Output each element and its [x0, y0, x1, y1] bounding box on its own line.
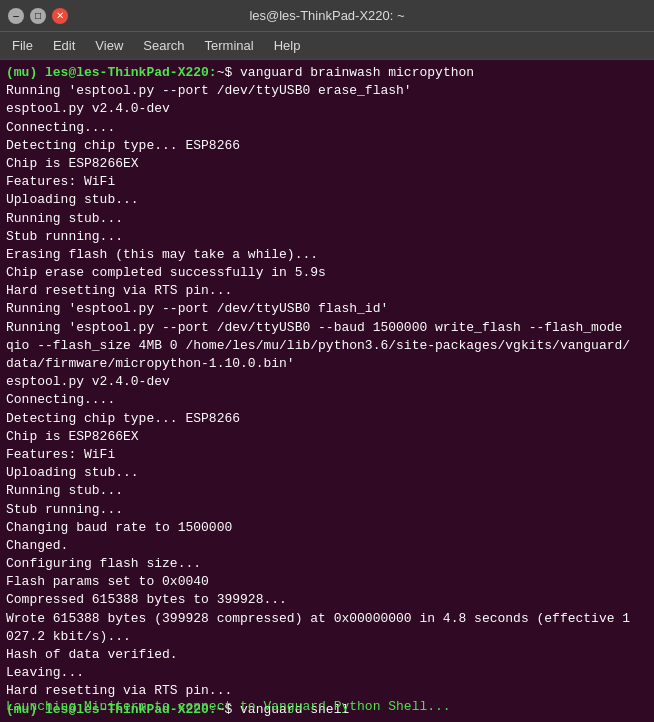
terminal-line: Stub running... — [6, 228, 648, 246]
terminal-line: Connecting.... — [6, 391, 648, 409]
terminal-line: Changed. — [6, 537, 648, 555]
terminal-line: Features: WiFi — [6, 173, 648, 191]
terminal-line: data/firmware/micropython-1.10.0.bin' — [6, 355, 648, 373]
terminal-line: Leaving... — [6, 664, 648, 682]
menu-item-search[interactable]: Search — [135, 36, 192, 55]
close-button[interactable]: ✕ — [52, 8, 68, 24]
terminal-line: Wrote 615388 bytes (399928 compressed) a… — [6, 610, 648, 628]
menu-item-help[interactable]: Help — [266, 36, 309, 55]
terminal-line: qio --flash_size 4MB 0 /home/les/mu/lib/… — [6, 337, 648, 355]
terminal-line: Features: WiFi — [6, 446, 648, 464]
maximize-button[interactable]: □ — [30, 8, 46, 24]
terminal-line: Erasing flash (this may take a while)... — [6, 246, 648, 264]
bottom-status-line: Launching Miniterm to connect to Vanguar… — [6, 698, 451, 716]
menu-item-view[interactable]: View — [87, 36, 131, 55]
terminal-line: Chip erase completed successfully in 5.9… — [6, 264, 648, 282]
terminal-line: Detecting chip type... ESP8266 — [6, 410, 648, 428]
terminal-line: 027.2 kbit/s)... — [6, 628, 648, 646]
terminal-line: Configuring flash size... — [6, 555, 648, 573]
terminal-line: esptool.py v2.4.0-dev — [6, 373, 648, 391]
terminal-line: Flash params set to 0x0040 — [6, 573, 648, 591]
terminal-line: Running 'esptool.py --port /dev/ttyUSB0 … — [6, 82, 648, 100]
window-title: les@les-ThinkPad-X220: ~ — [68, 8, 586, 23]
terminal-line: Running 'esptool.py --port /dev/ttyUSB0 … — [6, 300, 648, 318]
titlebar-controls: – □ ✕ — [8, 8, 68, 24]
terminal: (mu) les@les-ThinkPad-X220:~$ vanguard b… — [0, 60, 654, 722]
terminal-line: Running stub... — [6, 210, 648, 228]
titlebar: – □ ✕ les@les-ThinkPad-X220: ~ — [0, 0, 654, 32]
terminal-line: Detecting chip type... ESP8266 — [6, 137, 648, 155]
terminal-line: Chip is ESP8266EX — [6, 428, 648, 446]
menu-item-file[interactable]: File — [4, 36, 41, 55]
menu-item-terminal[interactable]: Terminal — [197, 36, 262, 55]
terminal-line: (mu) les@les-ThinkPad-X220:~$ vanguard b… — [6, 64, 648, 82]
prompt-text: (mu) les@les-ThinkPad-X220: — [6, 65, 217, 80]
menubar: FileEditViewSearchTerminalHelp — [0, 32, 654, 60]
terminal-line: Running stub... — [6, 482, 648, 500]
terminal-line: Compressed 615388 bytes to 399928... — [6, 591, 648, 609]
terminal-line: Changing baud rate to 1500000 — [6, 519, 648, 537]
terminal-lines: (mu) les@les-ThinkPad-X220:~$ vanguard b… — [6, 64, 648, 719]
terminal-line: Stub running... — [6, 501, 648, 519]
terminal-line: Hash of data verified. — [6, 646, 648, 664]
terminal-line: esptool.py v2.4.0-dev — [6, 100, 648, 118]
terminal-line: Uploading stub... — [6, 464, 648, 482]
terminal-line: Hard resetting via RTS pin... — [6, 282, 648, 300]
terminal-line: Connecting.... — [6, 119, 648, 137]
terminal-line: Uploading stub... — [6, 191, 648, 209]
terminal-line: Running 'esptool.py --port /dev/ttyUSB0 … — [6, 319, 648, 337]
menu-item-edit[interactable]: Edit — [45, 36, 83, 55]
minimize-button[interactable]: – — [8, 8, 24, 24]
terminal-line: Chip is ESP8266EX — [6, 155, 648, 173]
command-text: ~$ vanguard brainwash micropython — [217, 65, 474, 80]
